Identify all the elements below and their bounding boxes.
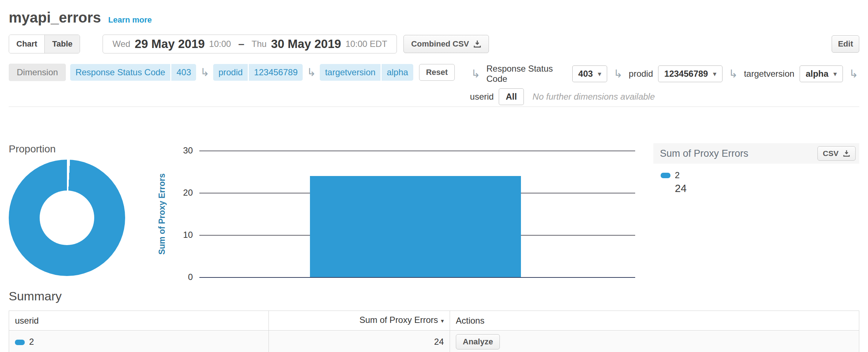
breadcrumb-value: alpha xyxy=(382,64,413,81)
header: myapi_errors Learn more xyxy=(9,0,859,26)
dimension-selector-row: ↳Response Status Code403▾↳prodid12345678… xyxy=(470,64,859,84)
userid-row: userid All No further dimensions availab… xyxy=(470,88,859,105)
start-day: Wed xyxy=(112,39,130,49)
no-more-dimensions-text: No further dimensions available xyxy=(533,92,655,102)
start-date: 29 May 2019 xyxy=(135,37,205,51)
drilldown-arrow-icon: ↳ xyxy=(849,68,858,79)
end-day: Thu xyxy=(252,39,267,49)
summary-table: userid Sum of Proxy Errors▾ Actions 2 24… xyxy=(9,311,859,352)
donut-hole xyxy=(40,191,94,245)
drilldown-arrow-icon: ↳ xyxy=(471,68,480,79)
proportion-donut-chart[interactable] xyxy=(9,160,125,276)
bar-chart-y-axis: 0102030 xyxy=(159,143,193,283)
cell-actions: Analyze xyxy=(450,331,859,352)
drilldown-arrow-icon: ↳ xyxy=(729,68,738,79)
breadcrumb-name: targetversion xyxy=(320,64,381,81)
y-tick-label: 0 xyxy=(159,272,193,283)
dimension-select-0[interactable]: 403▾ xyxy=(572,65,608,82)
caret-down-icon: ▾ xyxy=(598,70,601,78)
legend-item[interactable]: 2 xyxy=(661,170,859,180)
drilldown-arrow-icon: ↳ xyxy=(200,67,209,78)
combined-csv-button[interactable]: Combined CSV xyxy=(403,35,489,53)
reset-button[interactable]: Reset xyxy=(419,64,455,81)
breadcrumb-chip-1[interactable]: prodid123456789 xyxy=(213,64,303,81)
bar-chart-plot-area xyxy=(199,151,635,277)
summary-title: Summary xyxy=(9,289,859,303)
end-time: 10:00 EDT xyxy=(346,39,387,49)
y-tick-label: 30 xyxy=(159,145,193,156)
series-swatch xyxy=(15,340,25,345)
drilldown-arrow-icon: ↳ xyxy=(307,67,316,78)
summary-header-row: userid Sum of Proxy Errors▾ Actions xyxy=(9,311,859,331)
column-header-sum[interactable]: Sum of Proxy Errors▾ xyxy=(269,311,450,331)
edit-button[interactable]: Edit xyxy=(832,35,859,53)
date-range-picker[interactable]: Wed 29 May 2019 10:00 – Thu 30 May 2019 … xyxy=(103,35,397,53)
dimension-selector-1: ↳prodid123456789▾ xyxy=(612,65,722,82)
legend-panel-title: Sum of Proxy Errors xyxy=(660,148,748,159)
section-divider xyxy=(9,107,859,107)
charts-section: Proportion Sum of Proxy Errors 0102030 S… xyxy=(9,143,859,283)
dimension-section: Dimension Response Status Code403↳prodid… xyxy=(9,64,859,105)
drilldown-arrow-icon: ↳ xyxy=(613,68,622,79)
legend-panel-header: Sum of Proxy Errors CSV xyxy=(653,143,859,164)
caret-down-icon: ▾ xyxy=(713,70,716,78)
dimension-select-1[interactable]: 123456789▾ xyxy=(658,65,722,82)
dimension-breadcrumbs: Response Status Code403↳prodid123456789↳… xyxy=(70,64,413,81)
selector-name: targetversion xyxy=(744,69,795,79)
userid-label: userid xyxy=(470,92,494,102)
breadcrumb-chip-2[interactable]: targetversionalpha xyxy=(320,64,413,81)
breadcrumb-name: Response Status Code xyxy=(70,64,170,81)
column-header-actions: Actions xyxy=(450,311,859,331)
date-range-separator: – xyxy=(238,38,244,50)
y-tick-label: 20 xyxy=(159,187,193,198)
legend-swatch xyxy=(661,173,670,178)
breadcrumb-name: prodid xyxy=(213,64,248,81)
dimension-selector-2: ↳targetversionalpha▾ xyxy=(728,65,843,82)
legend-label: 2 xyxy=(675,170,680,180)
breadcrumb-chip-0[interactable]: Response Status Code403 xyxy=(70,64,196,81)
view-toggle: Chart Table xyxy=(9,35,80,53)
end-date: 30 May 2019 xyxy=(271,37,341,51)
analyze-button[interactable]: Analyze xyxy=(456,334,500,349)
legend-value: 24 xyxy=(675,183,859,195)
page-title: myapi_errors xyxy=(9,9,101,26)
dimension-label: Dimension xyxy=(9,64,66,81)
y-tick-label: 10 xyxy=(159,229,193,240)
csv-label: CSV xyxy=(823,149,839,158)
table-view-button[interactable]: Table xyxy=(45,35,80,53)
table-row: 2 24 Analyze xyxy=(9,331,859,352)
cell-sum: 24 xyxy=(269,331,450,352)
dimension-select-2[interactable]: alpha▾ xyxy=(800,65,843,82)
selector-name: prodid xyxy=(629,69,653,79)
combined-csv-label: Combined CSV xyxy=(411,39,469,49)
cell-userid: 2 xyxy=(9,331,269,352)
gridline xyxy=(199,277,635,278)
column-header-userid[interactable]: userid xyxy=(9,311,269,331)
legend-panel: Sum of Proxy Errors CSV 2 24 xyxy=(653,143,859,195)
toolbar: Chart Table Wed 29 May 2019 10:00 – Thu … xyxy=(9,35,859,53)
selector-name: Response Status Code xyxy=(486,64,567,84)
dimension-selector-0: ↳Response Status Code403▾ xyxy=(470,64,607,84)
caret-down-icon: ▾ xyxy=(833,70,837,78)
learn-more-link[interactable]: Learn more xyxy=(108,15,152,25)
userid-all-button[interactable]: All xyxy=(499,88,524,105)
proportion-title: Proportion xyxy=(9,143,56,155)
gridline xyxy=(199,151,635,151)
download-icon xyxy=(473,40,481,48)
breadcrumb-value: 123456789 xyxy=(249,64,303,81)
csv-button[interactable]: CSV xyxy=(817,146,856,161)
breadcrumb-value: 403 xyxy=(171,64,196,81)
dimension-breadcrumb-bar: Dimension Response Status Code403↳prodid… xyxy=(9,64,455,81)
bar[interactable] xyxy=(310,176,521,277)
analytics-dashboard: myapi_errors Learn more Chart Table Wed … xyxy=(0,0,868,352)
dimension-selectors: ↳Response Status Code403▾↳prodid12345678… xyxy=(470,64,859,105)
download-icon xyxy=(843,150,850,157)
sort-descending-icon: ▾ xyxy=(441,318,444,324)
chart-view-button[interactable]: Chart xyxy=(9,35,45,53)
start-time: 10:00 xyxy=(209,39,231,49)
